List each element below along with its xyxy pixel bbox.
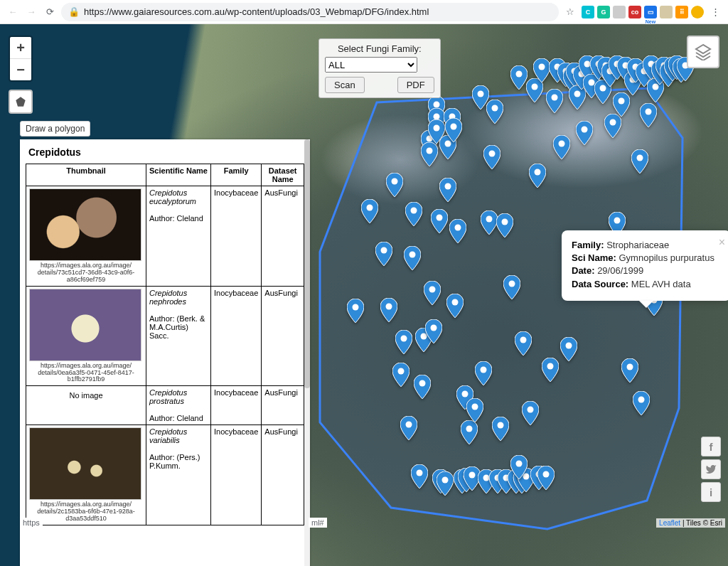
layers-icon bbox=[695, 43, 712, 60]
map-pin[interactable] bbox=[392, 363, 410, 387]
map-pin[interactable] bbox=[483, 145, 500, 169]
back-button[interactable]: ← bbox=[6, 5, 20, 19]
map-pin[interactable] bbox=[533, 58, 550, 82]
map-pin[interactable] bbox=[510, 65, 528, 90]
map-pin[interactable] bbox=[439, 178, 456, 202]
map-pin[interactable] bbox=[631, 149, 648, 173]
map-pin[interactable] bbox=[431, 209, 448, 233]
map-pin[interactable] bbox=[445, 118, 462, 142]
map-pin[interactable] bbox=[529, 164, 546, 188]
map-pin[interactable] bbox=[386, 173, 403, 197]
svg-point-53 bbox=[532, 84, 538, 90]
thumbnail-image[interactable] bbox=[29, 188, 141, 261]
pdf-button[interactable]: PDF bbox=[397, 77, 434, 93]
svg-point-54 bbox=[535, 169, 541, 176]
map-pin[interactable] bbox=[449, 219, 466, 243]
extension-icon[interactable]: C bbox=[582, 6, 594, 18]
map-pin[interactable] bbox=[461, 420, 478, 444]
map-pin[interactable] bbox=[546, 89, 563, 113]
map-pin[interactable] bbox=[380, 298, 397, 322]
svg-point-6 bbox=[398, 368, 405, 375]
family-cell: Inocybaceae bbox=[210, 425, 261, 525]
layers-control[interactable] bbox=[687, 36, 719, 68]
map-pin[interactable] bbox=[405, 202, 422, 226]
svg-point-61 bbox=[559, 141, 565, 147]
table-row: https://images.ala.org.au/image/details/… bbox=[26, 286, 304, 386]
map-pin[interactable] bbox=[437, 471, 454, 496]
extension-icon[interactable]: ▭ bbox=[644, 6, 657, 18]
map-pin[interactable] bbox=[400, 416, 417, 440]
map-pin[interactable] bbox=[414, 375, 431, 399]
family-cell: Inocybaceae bbox=[210, 386, 261, 425]
map-pin[interactable] bbox=[375, 242, 392, 266]
family-cell: Inocybaceae bbox=[210, 286, 261, 386]
map-pin[interactable] bbox=[604, 114, 621, 138]
map-pin[interactable] bbox=[537, 466, 555, 490]
map-pin[interactable] bbox=[466, 398, 483, 422]
scientific-name-cell: Crepidotus prostratusAuthor: Cleland bbox=[146, 386, 211, 425]
map-pin[interactable] bbox=[425, 319, 442, 343]
twitter-icon[interactable] bbox=[701, 459, 721, 479]
facebook-icon[interactable]: f bbox=[701, 437, 721, 456]
draw-polygon-button[interactable] bbox=[9, 90, 33, 114]
zoom-in-button[interactable]: + bbox=[10, 37, 31, 59]
svg-point-41 bbox=[492, 105, 498, 112]
map-pin[interactable] bbox=[633, 391, 650, 415]
dataset-cell: AusFungi bbox=[262, 425, 304, 525]
map-pin[interactable] bbox=[411, 464, 428, 488]
map-pin[interactable] bbox=[492, 417, 509, 441]
thumbnail-image[interactable] bbox=[29, 427, 141, 500]
scientific-name-cell: Crepidotus nephrodesAuthor: (Berk. & M.A… bbox=[146, 286, 211, 386]
map-pin[interactable] bbox=[522, 401, 539, 425]
map-pin[interactable] bbox=[404, 246, 421, 270]
svg-point-33 bbox=[466, 426, 473, 432]
feature-popup: × Family: Strophariaceae Sci Name: Gymno… bbox=[562, 230, 728, 301]
map-pin[interactable] bbox=[446, 294, 464, 318]
map-pin[interactable] bbox=[560, 337, 577, 361]
extension-icon[interactable] bbox=[660, 6, 673, 18]
map-pin[interactable] bbox=[481, 210, 498, 235]
info-icon[interactable]: i bbox=[701, 482, 721, 502]
forward-button[interactable]: → bbox=[24, 5, 38, 19]
bookmark-star-icon[interactable]: ☆ bbox=[563, 5, 577, 19]
map-pin[interactable] bbox=[347, 299, 364, 323]
scan-button[interactable]: Scan bbox=[325, 77, 365, 93]
column-header: Dataset Name bbox=[262, 164, 304, 186]
svg-point-24 bbox=[445, 183, 451, 190]
dataset-cell: AusFungi bbox=[262, 386, 304, 425]
map-pin[interactable] bbox=[503, 275, 520, 299]
map-pin[interactable] bbox=[640, 103, 657, 127]
extension-icon[interactable] bbox=[613, 6, 626, 18]
family-select[interactable]: ALL bbox=[325, 57, 417, 73]
panel-scrollbar[interactable] bbox=[304, 139, 310, 566]
reload-button[interactable]: ⟳ bbox=[43, 5, 57, 19]
map-pin[interactable] bbox=[576, 121, 593, 145]
map-pin[interactable] bbox=[621, 358, 638, 383]
extension-icon[interactable]: G bbox=[597, 6, 610, 18]
map-pin[interactable] bbox=[542, 358, 559, 382]
map-pin[interactable] bbox=[613, 92, 630, 117]
extension-icon[interactable]: ⠿ bbox=[675, 6, 688, 18]
dataset-cell: AusFungi bbox=[262, 186, 304, 287]
address-bar[interactable]: 🔒 https://www.gaiaresources.com.au/wp-co… bbox=[61, 3, 559, 21]
svg-point-15 bbox=[427, 148, 433, 154]
browser-menu-icon[interactable]: ⋮ bbox=[708, 5, 722, 19]
map-pin[interactable] bbox=[515, 331, 532, 356]
profile-avatar-icon[interactable] bbox=[691, 6, 704, 18]
map-pin[interactable] bbox=[395, 330, 412, 354]
extension-icon[interactable]: co bbox=[628, 6, 641, 18]
map-pin[interactable] bbox=[510, 455, 528, 479]
leaflet-link[interactable]: Leaflet bbox=[659, 519, 680, 527]
popup-close-icon[interactable]: × bbox=[719, 235, 725, 250]
svg-point-8 bbox=[406, 422, 412, 428]
map-pin[interactable] bbox=[424, 281, 441, 305]
zoom-out-button[interactable]: − bbox=[10, 59, 31, 80]
thumbnail-image[interactable] bbox=[29, 289, 141, 361]
map-pin[interactable] bbox=[486, 100, 503, 124]
map-pin[interactable] bbox=[475, 361, 492, 385]
map-pin[interactable] bbox=[421, 142, 438, 166]
map-pin[interactable] bbox=[361, 199, 378, 223]
table-row: No imageCrepidotus prostratusAuthor: Cle… bbox=[26, 386, 304, 425]
map-pin[interactable] bbox=[553, 135, 570, 159]
map-pin[interactable] bbox=[496, 213, 513, 237]
